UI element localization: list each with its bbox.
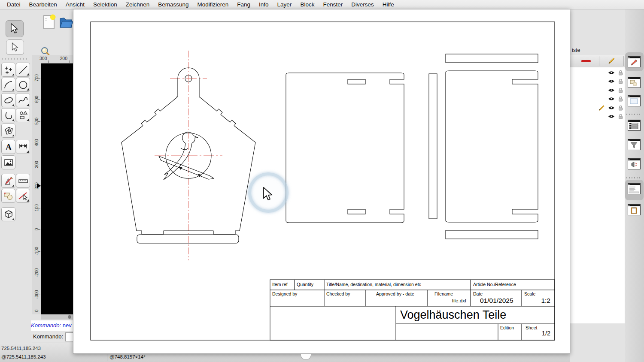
date-label[interactable]: Date [473, 291, 483, 296]
selection-tool-button[interactable] [6, 20, 24, 37]
slot[interactable] [348, 79, 365, 84]
scrollbar-thumb[interactable] [68, 315, 71, 319]
dock-layer-list-icon[interactable] [626, 54, 642, 69]
checked-by-label[interactable]: Checked by [326, 291, 350, 296]
dock-property-editor-icon[interactable] [626, 181, 642, 196]
command-history-label: Kommando: [31, 322, 61, 329]
menu-hilfe[interactable]: Hilfe [378, 0, 398, 9]
menu-bemassung[interactable]: Bemassung [154, 0, 193, 9]
layer-lock-icon[interactable] [618, 114, 623, 119]
menu-ansicht[interactable]: Ansicht [61, 0, 89, 9]
layer-row[interactable] [570, 69, 625, 77]
slot[interactable] [348, 209, 365, 214]
dock-block-list-icon[interactable] [626, 75, 642, 90]
ellipse-tools-button[interactable] [1, 93, 15, 107]
remove-layer-icon[interactable] [581, 60, 591, 62]
layer-lock-icon[interactable] [618, 105, 623, 111]
layer-lock-icon[interactable] [618, 87, 623, 93]
arc-tools-button[interactable] [1, 78, 15, 92]
item-ref-label[interactable]: Item ref [272, 282, 288, 287]
side-panel-2[interactable] [446, 54, 538, 239]
h-ruler-label: 300 [39, 56, 47, 61]
branch[interactable] [159, 156, 214, 179]
layer-row-current[interactable] [570, 104, 625, 112]
drawing-title[interactable]: Vogelhäuschen Teile [400, 308, 506, 322]
menu-zeichnen[interactable]: Zeichnen [122, 0, 154, 9]
menu-layer[interactable]: Layer [273, 0, 296, 9]
layer-row[interactable] [570, 77, 625, 86]
menu-modifizieren[interactable]: Modifizieren [193, 0, 233, 9]
scale-value[interactable]: 1:2 [520, 297, 550, 305]
line-tools-button[interactable] [16, 63, 30, 77]
command-input[interactable] [65, 332, 74, 341]
menu-diverses[interactable]: Diverses [347, 0, 378, 9]
menu-info[interactable]: Info [255, 0, 273, 9]
measure-tool-button[interactable] [16, 174, 30, 188]
menu-selektion[interactable]: Selektion [89, 0, 122, 9]
approved-by-label[interactable]: Approved by - date [376, 291, 414, 296]
filename-value[interactable]: file.dxf [428, 298, 466, 303]
draft-tools-button[interactable] [1, 174, 15, 188]
date-value[interactable]: 01/01/2025 [480, 297, 513, 305]
sheet-value[interactable]: 1/2 [520, 330, 550, 337]
designed-by-label[interactable]: Designed by [272, 291, 297, 296]
title-name-label[interactable]: Title/Name, destination, material, dimen… [326, 282, 421, 287]
current-layer-pencil-icon [598, 105, 605, 112]
birdhouse-bottom-bar[interactable] [137, 235, 239, 243]
layer-row[interactable] [570, 86, 625, 95]
palette-drag-handle[interactable] [2, 58, 29, 60]
top-bar-piece[interactable] [446, 54, 538, 63]
menu-fang[interactable]: Fang [233, 0, 255, 9]
point-tools-button[interactable] [1, 63, 15, 77]
open-folder-icon[interactable] [59, 13, 73, 32]
edition-label[interactable]: Edition [500, 325, 514, 330]
solid-tools-button[interactable] [1, 207, 15, 221]
modify-tools-button[interactable] [1, 189, 15, 203]
side-panel-1[interactable] [286, 73, 404, 223]
layer-visible-eye-icon[interactable] [608, 88, 615, 93]
spline-tools-button[interactable] [16, 93, 30, 107]
dock-library-browser-icon[interactable] [626, 118, 642, 133]
layer-visible-eye-icon[interactable] [608, 70, 615, 75]
shape-tools-button[interactable] [16, 108, 30, 122]
filename-label[interactable]: Filename [434, 291, 453, 296]
polyline-tools-button[interactable] [1, 108, 15, 122]
dimension-tools-button[interactable] [16, 140, 30, 154]
new-document-icon[interactable] [43, 14, 56, 32]
selection-alt-tool-button[interactable] [6, 39, 24, 55]
ruler-position-marker [37, 183, 41, 188]
edit-layer-pencil-icon[interactable] [607, 57, 615, 65]
hatch-tools-button[interactable] [1, 124, 15, 138]
circle-tools-button[interactable] [16, 78, 30, 92]
sheet-frame[interactable] [91, 22, 555, 340]
bottom-bar-piece[interactable] [446, 230, 538, 239]
layer-visible-eye-icon[interactable] [608, 97, 615, 101]
dock-command-history-icon[interactable] [626, 157, 642, 171]
quantity-label[interactable]: Quantity [297, 282, 313, 287]
menu-block[interactable]: Block [296, 0, 319, 9]
layer-visible-eye-icon[interactable] [608, 114, 615, 119]
image-tool-button[interactable] [1, 155, 15, 169]
strip-piece[interactable] [429, 74, 437, 219]
layer-lock-icon[interactable] [618, 78, 623, 84]
horizontal-scrollbar[interactable] [41, 314, 73, 320]
dock-clipboard-icon[interactable] [626, 202, 642, 217]
layer-lock-icon[interactable] [618, 96, 623, 102]
command-prompt-label: Kommando: [33, 333, 63, 340]
layer-visible-eye-icon[interactable] [608, 106, 615, 110]
drawing-canvas-background[interactable] [41, 63, 73, 314]
menu-bearbeiten[interactable]: Bearbeiten [25, 0, 61, 9]
text-tool-button[interactable]: A [1, 140, 15, 154]
article-label[interactable]: Article No./Reference [473, 282, 516, 287]
trim-tool-button[interactable] [16, 189, 30, 203]
layer-lock-icon[interactable] [618, 70, 623, 75]
layer-row[interactable] [570, 95, 625, 103]
menu-fenster[interactable]: Fenster [319, 0, 347, 9]
layer-row[interactable] [570, 112, 625, 121]
menu-datei[interactable]: Datei [3, 0, 25, 9]
scale-label[interactable]: Scale [524, 291, 535, 296]
dock-selection-filter-icon[interactable] [626, 137, 642, 152]
birdhouse-outline[interactable] [122, 68, 255, 234]
layer-visible-eye-icon[interactable] [608, 79, 615, 84]
dock-view-list-icon[interactable] [626, 94, 642, 108]
